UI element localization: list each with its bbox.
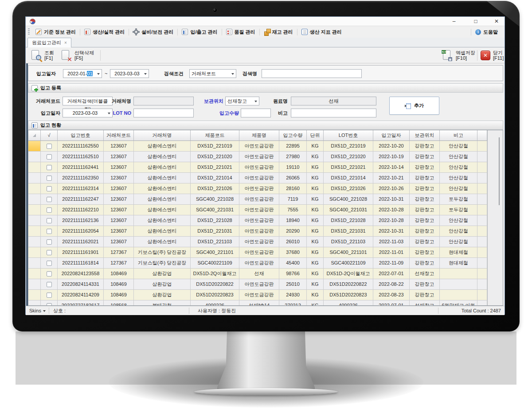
check-column-header[interactable]: √ — [41, 130, 58, 141]
table-cell[interactable]: 20220824123558 — [58, 269, 104, 279]
row-checkbox[interactable] — [47, 282, 52, 287]
table-cell[interactable]: 아연도금강판 — [239, 162, 279, 173]
table-cell[interactable]: 안산강철 — [440, 237, 477, 247]
table-cell[interactable]: 아연도금강판 — [239, 247, 279, 258]
table-cell[interactable]: 삼환에스엔티 — [134, 215, 191, 226]
table-cell[interactable]: 삼환에스엔티 — [134, 237, 191, 247]
table-cell[interactable]: SGC400_221101 — [324, 247, 373, 258]
close-screen-button[interactable]: 닫기 [F11] — [481, 49, 504, 62]
search-button[interactable]: 조회 [F1] — [30, 49, 54, 62]
table-cell[interactable]: 2022-10-19 — [373, 152, 410, 162]
menu-item-stock[interactable]: 재고 관리 — [260, 26, 297, 38]
table-cell[interactable]: 19110 — [279, 162, 307, 173]
table-cell[interactable]: 20220824114209 — [58, 290, 104, 300]
table-cell[interactable]: 2022-07-01 — [373, 300, 410, 306]
table-cell[interactable]: 108469 — [104, 269, 134, 279]
table-cell[interactable]: DX51D_221026 — [191, 183, 239, 194]
date-from-input[interactable]: 2022-01-01 — [63, 69, 102, 78]
table-cell[interactable]: 123607 — [104, 226, 134, 237]
table-cell[interactable]: 아연도금강판 — [239, 237, 279, 247]
table-row[interactable]: 20221111162441123607삼환에스엔티DX51D_221021아연… — [28, 162, 503, 173]
tab-material-inbound[interactable]: 원료입고관리 × — [27, 38, 71, 47]
table-cell[interactable]: 아연도금강판 — [239, 194, 279, 205]
row-checkbox[interactable] — [47, 261, 52, 266]
row-indicator-cell[interactable] — [28, 205, 41, 215]
row-indicator-cell[interactable] — [28, 290, 41, 300]
table-cell[interactable]: DX51D-2Q이월재고 — [191, 269, 239, 279]
table-cell[interactable]: 127367 — [104, 258, 134, 269]
table-cell[interactable] — [440, 290, 477, 300]
row-checkbox[interactable] — [47, 154, 52, 160]
table-cell[interactable]: KG — [307, 173, 324, 183]
table-cell[interactable]: 안산강철 — [440, 152, 477, 162]
table-cell[interactable]: 안산강철 — [440, 173, 477, 183]
column-header[interactable]: 제품코드 — [191, 130, 239, 141]
table-row[interactable]: 20221111162314123607삼환에스엔티DX51D_221026아연… — [28, 183, 503, 194]
column-header[interactable]: 제품명 — [239, 130, 279, 141]
table-cell[interactable]: 20221111161901 — [58, 247, 104, 258]
table-cell[interactable]: 20221111162136 — [58, 215, 104, 226]
row-checkbox[interactable] — [47, 292, 52, 298]
table-cell[interactable]: 아연도금강판 — [239, 226, 279, 237]
column-header[interactable]: 입고일자 — [373, 130, 410, 141]
table-cell[interactable]: 삼환강업 — [134, 269, 191, 279]
table-cell[interactable]: DX51D20220822 — [324, 279, 373, 290]
table-cell[interactable]: 123607 — [104, 205, 134, 215]
column-header[interactable]: 입고번호 — [58, 130, 104, 141]
row-indicator-cell[interactable] — [28, 183, 41, 194]
table-cell[interactable]: 2022-10-20 — [373, 141, 410, 152]
table-cell[interactable]: DX51D_221021 — [324, 162, 373, 173]
table-cell[interactable]: 안산강철 — [440, 215, 477, 226]
row-indicator-cell[interactable] — [28, 141, 41, 152]
row-indicator-cell[interactable] — [28, 300, 41, 306]
table-cell[interactable]: 20221111161814 — [58, 258, 104, 269]
table-cell[interactable]: 123607 — [104, 162, 134, 173]
menu-item-in-out[interactable]: 입/출고 관리 — [178, 26, 221, 38]
table-cell[interactable]: 삼환에스엔티 — [134, 152, 191, 162]
table-cell[interactable]: 안산강철 — [440, 226, 477, 237]
row-checkbox[interactable] — [47, 250, 52, 255]
table-cell[interactable]: 안산강철 — [440, 141, 477, 152]
table-cell[interactable]: DX51D_221031 — [324, 226, 373, 237]
column-header[interactable]: LOT번호 — [324, 130, 373, 141]
table-row[interactable]: 20221111162021123607삼환에스엔티DX51D_221103아연… — [28, 237, 503, 247]
table-cell[interactable]: 아연도금강판 — [239, 258, 279, 269]
row-checkbox[interactable] — [47, 229, 52, 234]
table-cell[interactable]: 2022-07-01 — [373, 269, 410, 279]
table-row[interactable]: 20221111162550123607삼환에스엔티DX51D_221019아연… — [28, 141, 503, 152]
table-cell[interactable]: 2022-08-23 — [373, 290, 410, 300]
table-cell[interactable]: 기보스틸(주) 당진공장 — [134, 258, 191, 269]
table-cell[interactable]: KG — [307, 247, 324, 258]
table-cell[interactable]: DX51D20220823 — [191, 290, 239, 300]
row-indicator-cell[interactable] — [28, 152, 41, 162]
table-cell[interactable]: 2022-08-22 — [373, 279, 410, 290]
table-cell[interactable]: DX51D_221014 — [324, 173, 373, 183]
row-indicator-cell[interactable] — [28, 269, 41, 279]
table-cell[interactable]: 27980 — [279, 152, 307, 162]
table-cell[interactable]: DX51D_221103 — [324, 237, 373, 247]
row-checkbox[interactable] — [47, 207, 52, 213]
table-cell[interactable]: 20221111162054 — [58, 226, 104, 237]
row-indicator-cell[interactable] — [28, 173, 41, 183]
table-cell[interactable]: KG — [307, 258, 324, 269]
lot-no-input[interactable] — [133, 109, 194, 117]
table-cell[interactable]: KG — [307, 215, 324, 226]
table-cell[interactable]: 선재창고 — [410, 300, 440, 306]
table-cell[interactable]: 123607 — [104, 194, 134, 205]
row-checkbox[interactable] — [47, 186, 52, 191]
row-checkbox[interactable] — [47, 165, 52, 170]
table-cell[interactable]: 45400 — [279, 258, 307, 269]
table-cell[interactable]: 7119 — [279, 194, 307, 205]
table-cell[interactable]: 강판창고 — [410, 279, 440, 290]
table-cell[interactable]: 2022-10-31 — [373, 194, 410, 205]
table-cell[interactable]: DX51D-2Q이월재고 — [324, 269, 373, 279]
table-cell[interactable]: 20221111162247 — [58, 194, 104, 205]
table-cell[interactable]: 강판창고 — [410, 152, 440, 162]
row-checkbox[interactable] — [47, 175, 52, 181]
maximize-button[interactable]: □ — [469, 17, 483, 26]
table-cell[interactable]: 2022-10-28 — [373, 205, 410, 215]
table-cell[interactable]: KG — [307, 152, 324, 162]
table-cell[interactable]: 108469 — [104, 290, 134, 300]
table-cell[interactable]: 강판창고 — [410, 141, 440, 152]
column-header[interactable]: 거래처코드 — [104, 130, 134, 141]
